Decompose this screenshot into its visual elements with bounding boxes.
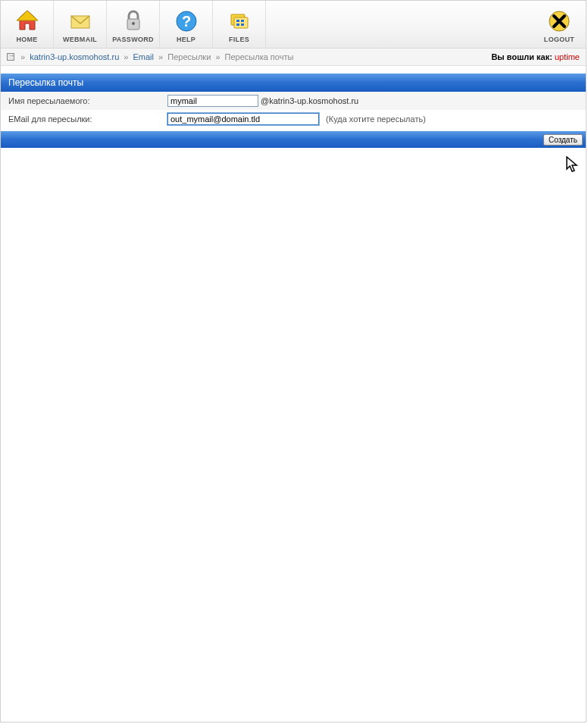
svg-marker-1 — [17, 11, 38, 20]
svg-text:?: ? — [181, 13, 190, 30]
domain-suffix: @katrin3-up.kosmohost.ru — [261, 96, 358, 105]
login-info: Вы вошли как: uptime — [491, 52, 580, 61]
form-email-label: EMail для пересылки: — [1, 110, 160, 128]
login-label: Вы вошли как: — [491, 52, 552, 61]
breadcrumb-forwards: Пересылки — [167, 52, 211, 61]
breadcrumb-sep: » — [215, 52, 220, 61]
breadcrumb-root-icon[interactable] — [7, 53, 14, 61]
envelope-icon — [67, 8, 93, 34]
breadcrumb-sep: » — [20, 52, 25, 61]
breadcrumb-current: Пересылка почты — [225, 52, 294, 61]
toolbar-help[interactable]: ? HELP — [160, 1, 213, 48]
form-email-hint: (Куда хотите пересылать) — [326, 114, 426, 124]
breadcrumb-bar: » katrin3-up.kosmohost.ru » Email » Пере… — [1, 49, 586, 66]
logout-icon — [546, 8, 572, 34]
svg-rect-10 — [241, 20, 244, 22]
toolbar-logout[interactable]: LOGOUT — [533, 1, 586, 48]
breadcrumb-domain[interactable]: katrin3-up.kosmohost.ru — [30, 52, 119, 61]
breadcrumb: » katrin3-up.kosmohost.ru » Email » Пере… — [7, 52, 293, 61]
main-toolbar: HOME WEBMAIL — [1, 1, 586, 49]
toolbar-home-label: HOME — [16, 36, 37, 43]
svg-rect-8 — [234, 17, 248, 28]
toolbar-webmail-label: WEBMAIL — [63, 36, 97, 43]
toolbar-password-label: PASSWORD — [112, 36, 154, 43]
breadcrumb-sep: » — [124, 52, 128, 61]
breadcrumb-email[interactable]: Email — [133, 52, 155, 61]
form-footer: Создать — [1, 131, 586, 148]
svg-rect-9 — [236, 20, 239, 22]
forward-email-input[interactable] — [167, 113, 319, 125]
toolbar-logout-label: LOGOUT — [544, 36, 574, 43]
toolbar-webmail[interactable]: WEBMAIL — [54, 1, 107, 48]
svg-rect-11 — [236, 24, 239, 26]
padlock-icon — [120, 8, 146, 34]
page-title: Пересылка почты — [1, 74, 586, 92]
svg-point-4 — [132, 22, 135, 25]
files-icon — [227, 8, 252, 34]
help-icon: ? — [174, 8, 199, 34]
toolbar-help-label: HELP — [177, 36, 195, 43]
breadcrumb-sep: » — [158, 52, 163, 61]
forward-form: Имя пересылаемого: @katrin3-up.kosmohost… — [1, 92, 586, 128]
toolbar-files[interactable]: FILES — [213, 1, 266, 48]
create-button[interactable]: Создать — [543, 134, 583, 146]
form-name-label: Имя пересылаемого: — [1, 92, 160, 110]
toolbar-files-label: FILES — [229, 36, 249, 43]
toolbar-password[interactable]: PASSWORD — [107, 1, 160, 48]
home-icon — [14, 8, 40, 34]
svg-rect-12 — [241, 24, 244, 26]
forward-name-input[interactable] — [167, 95, 258, 107]
login-user: uptime — [555, 52, 580, 61]
toolbar-home[interactable]: HOME — [1, 1, 54, 48]
